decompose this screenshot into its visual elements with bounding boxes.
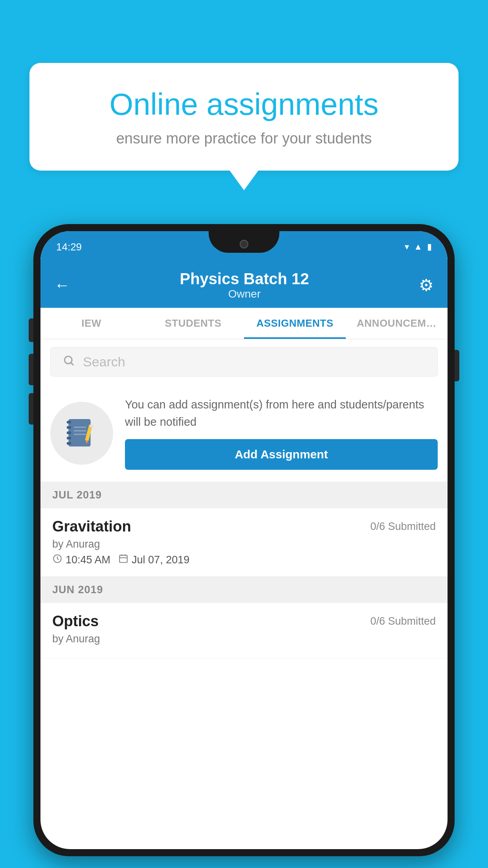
add-assignment-button[interactable]: Add Assignment — [125, 439, 438, 470]
svg-rect-7 — [67, 442, 71, 445]
app-header: ← Physics Batch 12 Owner ⚙ — [40, 263, 448, 308]
meta-date: Jul 07, 2019 — [118, 554, 189, 566]
assignment-row1: Gravitation 0/6 Submitted — [52, 518, 436, 535]
svg-line-1 — [71, 363, 73, 365]
svg-rect-6 — [67, 437, 71, 440]
svg-rect-5 — [67, 431, 71, 434]
tab-announcements[interactable]: ANNOUNCEM… — [346, 308, 448, 339]
phone-container: 14:29 ▾ ▲ ▮ ← Physics Batch 12 — [33, 224, 455, 856]
assignment-submitted-optics: 0/6 Submitted — [370, 615, 436, 627]
phone-outer: 14:29 ▾ ▲ ▮ ← Physics Batch 12 — [33, 224, 455, 856]
section-header-jun: JUN 2019 — [40, 577, 448, 603]
assignment-row1-optics: Optics 0/6 Submitted — [52, 613, 436, 630]
settings-button[interactable]: ⚙ — [419, 276, 434, 295]
svg-point-0 — [64, 356, 72, 364]
section-header-jul: JUL 2019 — [40, 482, 448, 508]
assignment-name: Gravitation — [52, 518, 131, 535]
volume-up-button — [29, 318, 33, 342]
front-camera — [240, 240, 248, 248]
svg-rect-10 — [74, 434, 86, 435]
tab-overview[interactable]: IEW — [40, 308, 142, 339]
phone-notch — [209, 231, 279, 253]
assignment-date: Jul 07, 2019 — [132, 554, 189, 566]
search-placeholder: Search — [83, 354, 125, 370]
search-container: Search — [40, 339, 448, 384]
notebook-icon — [64, 416, 99, 451]
info-card: You can add assignment(s) from here and … — [40, 384, 448, 482]
assignment-name-optics: Optics — [52, 613, 99, 630]
assignment-by-optics: by Anurag — [52, 633, 436, 645]
svg-rect-15 — [119, 555, 127, 562]
phone-screen: 14:29 ▾ ▲ ▮ ← Physics Batch 12 — [40, 231, 448, 849]
volume-down-button — [29, 354, 33, 385]
speech-bubble-container: Online assignments ensure more practice … — [29, 63, 459, 171]
clock-icon — [52, 554, 62, 566]
assignment-meta: 10:45 AM Jul 07, 2019 — [52, 554, 436, 566]
info-card-text: You can add assignment(s) from here and … — [125, 396, 438, 430]
assignment-item-gravitation[interactable]: Gravitation 0/6 Submitted by Anurag 10:4… — [40, 508, 448, 577]
power-button — [455, 350, 459, 381]
speech-bubble-subtitle: ensure more practice for your students — [57, 130, 431, 147]
header-center: Physics Batch 12 Owner — [180, 270, 309, 300]
battery-icon: ▮ — [427, 242, 432, 252]
tab-students[interactable]: STUDENTS — [142, 308, 244, 339]
svg-rect-4 — [67, 426, 71, 429]
svg-rect-3 — [67, 421, 71, 423]
back-button[interactable]: ← — [54, 276, 70, 294]
search-icon — [62, 354, 75, 370]
assignment-item-optics[interactable]: Optics 0/6 Submitted by Anurag — [40, 603, 448, 658]
svg-rect-9 — [74, 430, 86, 431]
status-time: 14:29 — [56, 241, 82, 253]
assignment-submitted: 0/6 Submitted — [370, 520, 436, 533]
tabs-container: IEW STUDENTS ASSIGNMENTS ANNOUNCEM… — [40, 308, 448, 339]
speech-bubble: Online assignments ensure more practice … — [29, 63, 459, 171]
notebook-icon-circle — [50, 402, 113, 465]
silent-button — [29, 393, 33, 425]
signal-icon: ▲ — [414, 242, 422, 252]
meta-time: 10:45 AM — [52, 554, 110, 566]
status-bar: 14:29 ▾ ▲ ▮ — [40, 231, 448, 263]
calendar-icon — [118, 554, 128, 566]
header-subtitle: Owner — [180, 288, 309, 300]
assignment-time: 10:45 AM — [66, 554, 110, 566]
tab-assignments[interactable]: ASSIGNMENTS — [244, 308, 346, 339]
speech-bubble-title: Online assignments — [57, 86, 431, 122]
search-bar[interactable]: Search — [50, 347, 438, 377]
header-title: Physics Batch 12 — [180, 270, 309, 288]
wifi-icon: ▾ — [405, 242, 409, 252]
status-icons: ▾ ▲ ▮ — [405, 242, 432, 252]
assignment-by: by Anurag — [52, 538, 436, 550]
svg-rect-8 — [74, 427, 86, 428]
info-card-right: You can add assignment(s) from here and … — [125, 396, 438, 470]
